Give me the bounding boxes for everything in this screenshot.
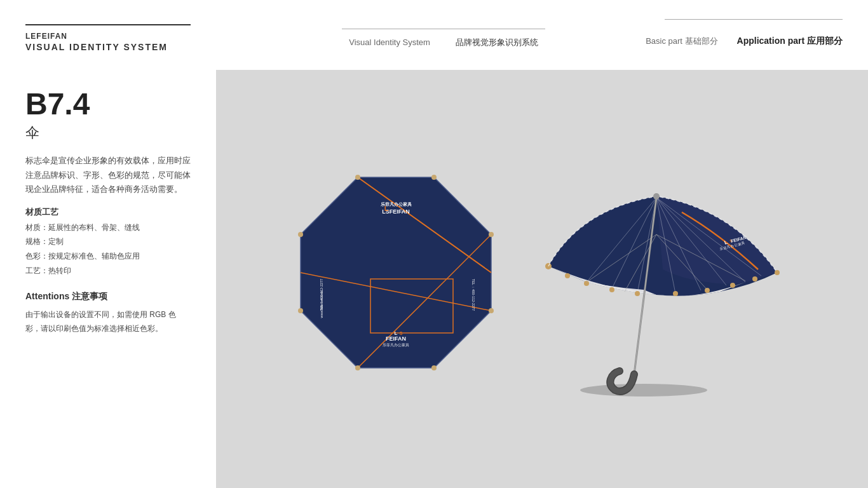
svg-point-39 — [730, 283, 735, 288]
page-icon: 伞 — [25, 123, 191, 142]
material-item2: 规格：定制 — [25, 234, 191, 249]
svg-point-23 — [580, 384, 707, 396]
svg-text:FEIFAN: FEIFAN — [386, 336, 406, 342]
material-item1: 材质：延展性的布料、骨架、缝线 — [25, 220, 191, 235]
header-left: LEFEIFAN VISUAL IDENTITY SYSTEM — [25, 18, 241, 52]
svg-text:乐菲凡办公家具: 乐菲凡办公家具 — [383, 342, 409, 347]
header: LEFEIFAN VISUAL IDENTITY SYSTEM Visual I… — [0, 0, 868, 70]
svg-point-40 — [752, 276, 757, 281]
svg-point-38 — [705, 288, 710, 293]
svg-point-44 — [653, 193, 660, 200]
svg-point-41 — [775, 270, 780, 275]
svg-point-15 — [355, 175, 360, 180]
attentions-title: Attentions 注意事项 — [25, 291, 191, 302]
umbrella-3d: L S FEIFAN 乐菲凡办公家具 — [529, 158, 796, 400]
umbrella-flat: 乐菲凡办公家具 LSFEIFAN L L S FEIFAN 乐菲凡办公家具 TE… — [288, 171, 504, 387]
page-code: B7.4 — [25, 89, 191, 119]
svg-text:L: L — [384, 205, 389, 212]
content-area: 乐菲凡办公家具 LSFEIFAN L L S FEIFAN 乐菲凡办公家具 TE… — [216, 70, 868, 488]
svg-point-33 — [565, 273, 570, 278]
svg-point-34 — [584, 281, 589, 286]
description: 标志伞是宣传企业形象的有效载体，应用时应注意品牌标识、字形、色彩的规范，尽可能体… — [25, 154, 191, 197]
svg-point-18 — [489, 308, 494, 313]
attentions-text: 由于输出设备的设置不同，如需使用 RGB 色彩，请以印刷色值为标准选择相近色彩。 — [25, 308, 191, 337]
header-right-line — [665, 19, 843, 20]
svg-point-20 — [355, 365, 360, 370]
header-right: Basic part 基础部分 Application part 应用部分 — [646, 23, 843, 47]
main-content: B7.4 伞 标志伞是宣传企业形象的有效载体，应用时应注意品牌标识、字形、色彩的… — [0, 70, 868, 488]
svg-point-19 — [431, 365, 437, 370]
svg-point-17 — [489, 232, 494, 237]
brand-subtitle: VISUAL IDENTITY SYSTEM — [25, 42, 241, 52]
nav-basic[interactable]: Basic part 基础部分 — [646, 36, 717, 47]
sidebar: B7.4 伞 标志伞是宣传企业形象的有效载体，应用时应注意品牌标识、字形、色彩的… — [0, 70, 216, 488]
material-item4: 工艺：热转印 — [25, 264, 191, 278]
svg-point-16 — [431, 175, 437, 180]
vis-label-cn: 品牌视觉形象识别系统 — [456, 37, 538, 48]
svg-text:www.lefeifan.com: www.lefeifan.com — [320, 290, 323, 318]
svg-text:TEL：400-112-2277: TEL：400-112-2277 — [471, 279, 475, 311]
header-center: Visual Identity System 品牌视觉形象识别系统 — [241, 22, 646, 48]
svg-point-22 — [298, 232, 303, 237]
svg-point-37 — [673, 291, 678, 296]
nav-application[interactable]: Application part 应用部分 — [737, 36, 843, 47]
svg-text:S: S — [400, 331, 403, 336]
svg-point-35 — [609, 287, 614, 292]
brand-name: LEFEIFAN — [25, 32, 241, 41]
svg-point-21 — [298, 308, 303, 313]
material-title: 材质工艺 — [25, 207, 191, 218]
header-line — [25, 24, 191, 25]
material-item3: 色彩：按规定标准色、辅助色应用 — [25, 249, 191, 264]
header-center-labels: Visual Identity System 品牌视觉形象识别系统 — [349, 37, 538, 48]
header-center-line — [342, 29, 545, 29]
vis-label-en: Visual Identity System — [349, 37, 430, 47]
svg-point-36 — [635, 291, 640, 296]
